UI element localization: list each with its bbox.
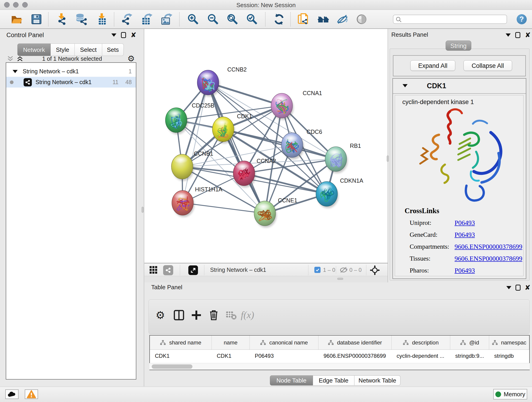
protein-card-header[interactable]: CDK1 xyxy=(393,79,526,94)
main-toolbar: ? xyxy=(0,10,532,29)
control-panel: Control Panel ✘ NetworkStyleSelectSets 1… xyxy=(0,29,144,386)
zoom-fit-icon[interactable] xyxy=(227,13,239,25)
crosslink-row: Compartments:9606.ENSP00000378699 xyxy=(410,243,449,250)
crosslink-link[interactable]: P06493 xyxy=(455,231,475,239)
copy-network-icon[interactable] xyxy=(298,13,309,25)
network-view-canvas[interactable]: CCNB2CCNA1CDC25BCDK1CDC6RB1CCNB1CCNA2CDK… xyxy=(144,29,388,263)
crosslink-link[interactable]: 9606.ENSP00000378699 xyxy=(455,255,522,262)
collapse-all-button[interactable]: Collapse All xyxy=(463,60,512,71)
float-panel-icon[interactable] xyxy=(121,32,126,38)
import-network-database-icon[interactable] xyxy=(75,13,87,25)
collapse-panel-icon[interactable] xyxy=(506,33,511,37)
column-header-shared-name[interactable]: shared name xyxy=(150,336,212,350)
table-cell[interactable]: stringdb xyxy=(489,350,529,362)
splitter-grip[interactable] xyxy=(387,155,389,162)
edge-count: 48 xyxy=(125,79,132,85)
svg-text:RB1: RB1 xyxy=(350,143,361,149)
table-cell[interactable]: CDK1 xyxy=(212,350,250,362)
network-options-gear-icon[interactable]: ⚙ xyxy=(127,54,135,64)
export-table-icon[interactable] xyxy=(141,13,153,25)
svg-text:CDC25B: CDC25B xyxy=(192,102,215,109)
column-header-name[interactable]: name xyxy=(212,336,250,350)
houses-icon[interactable] xyxy=(317,13,329,25)
protein-name: CDK1 xyxy=(427,82,446,90)
tab-network[interactable]: Network xyxy=(17,44,51,56)
tab-select[interactable]: Select xyxy=(75,44,102,56)
selected-nodes-checkbox-icon[interactable] xyxy=(314,267,321,273)
crosslink-link[interactable]: 9606.ENSP00000378699 xyxy=(455,243,522,250)
birds-eye-view-icon[interactable] xyxy=(149,266,158,274)
scrollbar-thumb[interactable] xyxy=(152,364,192,369)
tab-network-table[interactable]: Network Table xyxy=(355,375,400,385)
collapse-panel-icon[interactable] xyxy=(506,286,511,289)
tab-string[interactable]: String xyxy=(446,41,471,51)
close-panel-icon[interactable]: ✘ xyxy=(131,32,136,38)
title-bar[interactable]: Session: New Session xyxy=(0,0,532,10)
show-columns-icon[interactable] xyxy=(173,309,185,321)
memory-label: Memory xyxy=(504,391,525,398)
tab-node-table[interactable]: Node Table xyxy=(270,375,313,385)
splitter-grip[interactable] xyxy=(142,207,144,213)
zoom-in-icon[interactable] xyxy=(187,13,199,25)
close-panel-icon[interactable]: ✘ xyxy=(525,32,531,38)
export-network-icon[interactable] xyxy=(121,13,133,25)
panel-splitter[interactable] xyxy=(144,276,388,282)
zoom-selected-icon[interactable] xyxy=(246,13,258,25)
node-count: 11 xyxy=(113,79,119,85)
collapse-card-icon[interactable] xyxy=(403,84,408,87)
delete-column-trash-icon[interactable] xyxy=(208,309,220,321)
hide-graphics-details-icon[interactable] xyxy=(336,13,348,25)
protein-structure-image xyxy=(397,107,522,204)
float-panel-icon[interactable] xyxy=(515,32,520,38)
network-collection-row[interactable]: String Network – cdk1 1 xyxy=(6,66,136,77)
network-row-selected[interactable]: String Network – cdk1 11 48 xyxy=(6,77,136,88)
tab-style[interactable]: Style xyxy=(51,44,75,56)
table-cell[interactable]: P06493 xyxy=(250,350,318,362)
collection-count: 1 xyxy=(128,68,132,75)
open-session-icon[interactable] xyxy=(11,13,23,25)
crosslink-row: Tissues:9606.ENSP00000378699 xyxy=(410,255,431,262)
table-settings-gear-icon[interactable]: ⚙ xyxy=(156,309,167,321)
help-button[interactable]: ? xyxy=(517,14,527,24)
open-in-window-icon[interactable] xyxy=(188,265,198,275)
tab-sets[interactable]: Sets xyxy=(102,44,124,56)
network-list: String Network – cdk1 1 String Network –… xyxy=(6,62,136,380)
column-header-description[interactable]: description xyxy=(392,336,450,350)
float-panel-icon[interactable] xyxy=(515,285,520,291)
import-table-file-icon[interactable] xyxy=(95,13,108,25)
export-image-icon[interactable] xyxy=(161,13,173,25)
table-horizontal-scrollbar[interactable] xyxy=(149,363,530,370)
collapse-panel-icon[interactable] xyxy=(111,33,116,37)
table-cell[interactable]: stringdb:9... xyxy=(450,350,489,362)
string-badge-icon[interactable] xyxy=(163,265,173,275)
column-header-namespac[interactable]: namespac xyxy=(489,336,529,350)
crosslink-link[interactable]: P06493 xyxy=(455,219,475,227)
eye-icon[interactable] xyxy=(355,13,367,25)
table-cell[interactable]: CDK1 xyxy=(150,350,212,362)
column-header-canonical-name[interactable]: canonical name xyxy=(250,336,318,350)
tab-edge-table[interactable]: Edge Table xyxy=(313,375,355,385)
zoom-out-icon[interactable] xyxy=(207,13,219,25)
cloud-status-button[interactable] xyxy=(5,389,19,399)
table-cell[interactable]: cyclin-dependent ... xyxy=(392,350,450,362)
warning-status-button[interactable] xyxy=(25,389,38,399)
cloud-icon xyxy=(7,391,17,398)
refresh-view-icon[interactable] xyxy=(273,13,285,25)
svg-text:CCNB1: CCNB1 xyxy=(194,150,213,157)
collection-expander-icon[interactable] xyxy=(13,70,18,73)
column-header-database-identifier[interactable]: database identifier xyxy=(318,336,392,350)
save-session-icon[interactable] xyxy=(31,13,42,25)
fit-selected-crosshair-icon[interactable] xyxy=(370,265,380,275)
memory-button[interactable]: Memory xyxy=(493,389,527,400)
add-column-icon[interactable] xyxy=(190,309,202,321)
expand-all-button[interactable]: Expand All xyxy=(410,60,455,71)
table-cell[interactable]: 9606.ENSP00000378699 xyxy=(318,350,392,362)
search-input[interactable] xyxy=(393,15,507,24)
close-panel-icon[interactable]: ✘ xyxy=(525,285,530,291)
search-icon xyxy=(396,17,402,22)
crosslink-link[interactable]: P06493 xyxy=(455,267,475,274)
import-network-file-icon[interactable] xyxy=(56,13,68,25)
results-panel-controls: ✘ xyxy=(506,32,531,38)
column-header--id[interactable]: @id xyxy=(450,336,489,350)
network-view-title: String Network – cdk1 xyxy=(210,267,266,273)
